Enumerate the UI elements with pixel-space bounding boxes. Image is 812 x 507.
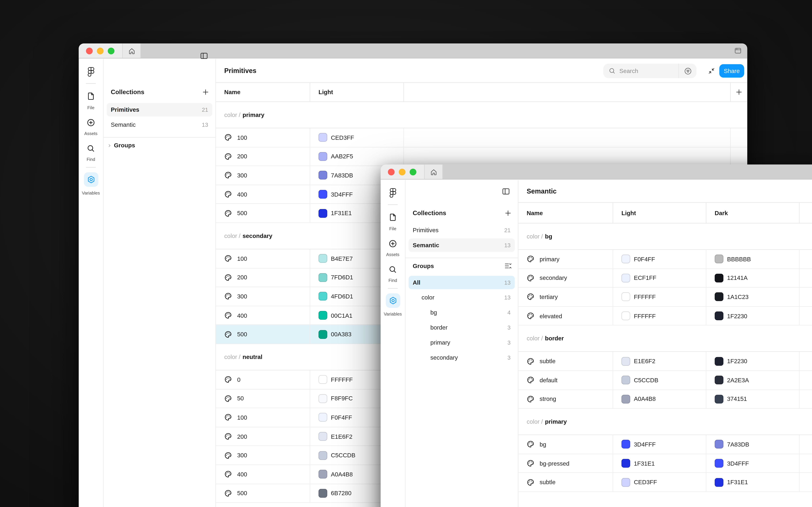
hex-value: 4FD6D1: [331, 293, 353, 300]
empty-cell: [799, 288, 812, 306]
light-value-cell[interactable]: CED3FF: [310, 128, 403, 147]
file-icon[interactable]: [79, 92, 103, 100]
dark-value-cell[interactable]: 7A83DB: [706, 435, 799, 454]
variable-row[interactable]: subtleE1E6F21F2230: [518, 352, 812, 371]
group-item-bg[interactable]: bg4: [409, 306, 515, 319]
divider: [388, 288, 398, 289]
group-item-primary[interactable]: primary3: [409, 336, 515, 349]
toggle-sidebar-icon[interactable]: [200, 52, 208, 60]
toggle-sidebar-icon[interactable]: [502, 187, 510, 195]
light-value-cell[interactable]: FFFFFF: [613, 288, 706, 306]
filter-icon[interactable]: [684, 67, 692, 75]
assets-icon[interactable]: [380, 239, 405, 248]
hex-value: F0F4FF: [331, 414, 352, 420]
color-swatch: [621, 255, 630, 264]
hex-value: 7A83DB: [727, 441, 749, 448]
light-value-cell[interactable]: A0A4B8: [613, 390, 706, 408]
window-content: File Assets Find Variables Collections P…: [380, 180, 812, 507]
sidebar-item-file[interactable]: File: [79, 105, 103, 110]
light-value-cell[interactable]: E1E6F2: [613, 352, 706, 371]
groups-header[interactable]: Groups: [104, 141, 209, 150]
group-item-secondary[interactable]: secondary3: [409, 351, 515, 364]
close-traffic-light[interactable]: [388, 168, 395, 175]
find-icon[interactable]: [79, 144, 103, 153]
variable-row[interactable]: 200AAB2F5: [216, 147, 747, 166]
add-mode-button[interactable]: [735, 89, 743, 96]
light-value-cell[interactable]: C5CCDB: [613, 371, 706, 389]
variable-row[interactable]: elevatedFFFFFF1F2230: [518, 307, 812, 326]
assets-icon[interactable]: [79, 118, 103, 127]
sidebar-item-assets[interactable]: Assets: [79, 131, 103, 136]
color-swatch: [621, 292, 630, 301]
color-swatch: [318, 394, 327, 403]
variable-row[interactable]: primaryF0F4FFBBBBBB: [518, 250, 812, 269]
zoom-traffic-light[interactable]: [108, 47, 114, 54]
variable-row[interactable]: subtleCED3FF1F31E1: [518, 473, 812, 492]
find-icon[interactable]: [380, 265, 405, 274]
zoom-traffic-light[interactable]: [410, 168, 416, 175]
group-item-border[interactable]: border3: [409, 321, 515, 334]
dark-value-cell[interactable]: 1F2230: [706, 307, 799, 325]
hex-value: 00A383: [331, 331, 351, 337]
light-value-cell[interactable]: AAB2F5: [310, 147, 403, 166]
dark-value-cell[interactable]: 12141A: [706, 269, 799, 287]
file-icon[interactable]: [380, 213, 405, 221]
window-icon[interactable]: [734, 47, 742, 54]
collection-item-semantic[interactable]: Semantic 13: [409, 238, 515, 252]
dark-value-cell[interactable]: 1F31E1: [706, 473, 799, 492]
collapse-list-icon[interactable]: [504, 262, 512, 270]
variables-tab-active[interactable]: [84, 172, 98, 187]
dark-value-cell[interactable]: 2A2E3A: [706, 371, 799, 389]
group-item-all[interactable]: All13: [409, 276, 515, 289]
group-item-color[interactable]: color13: [409, 291, 515, 304]
variable-row[interactable]: 100CED3FF: [216, 128, 747, 147]
color-swatch: [621, 312, 630, 320]
table-title-row: Semantic: [518, 180, 812, 203]
column-header-empty: [799, 203, 812, 223]
collapse-window-icon[interactable]: [708, 67, 715, 74]
close-traffic-light[interactable]: [86, 47, 93, 54]
sidebar-item-find[interactable]: Find: [79, 157, 103, 162]
minimize-traffic-light[interactable]: [399, 168, 405, 175]
dark-value-cell[interactable]: 1A1C23: [706, 288, 799, 306]
dark-value-cell[interactable]: 3D4FFF: [706, 454, 799, 472]
variable-name: secondary: [540, 275, 567, 281]
tab-strip: [141, 44, 747, 58]
palette-icon: [526, 293, 535, 301]
sidebar-item-find[interactable]: Find: [380, 278, 405, 283]
variable-name-cell: 200: [216, 268, 310, 287]
variable-row[interactable]: tertiaryFFFFFF1A1C23: [518, 288, 812, 307]
add-collection-button[interactable]: [202, 89, 209, 96]
variable-row[interactable]: secondaryECF1FF12141A: [518, 269, 812, 288]
tab-strip: [443, 164, 812, 179]
dark-value-cell[interactable]: 374151: [706, 390, 799, 408]
variable-row[interactable]: defaultC5CCDB2A2E3A: [518, 371, 812, 390]
home-tab[interactable]: [123, 44, 141, 58]
light-value-cell[interactable]: F0F4FF: [613, 250, 706, 268]
light-value-cell[interactable]: CED3FF: [613, 473, 706, 492]
sidebar-item-file[interactable]: File: [380, 226, 405, 231]
collection-item-semantic[interactable]: Semantic 13: [107, 118, 212, 131]
light-value-cell[interactable]: FFFFFF: [613, 307, 706, 325]
search-input[interactable]: Search: [603, 64, 697, 78]
minimize-traffic-light[interactable]: [97, 47, 104, 54]
variable-row[interactable]: strongA0A4B8374151: [518, 390, 812, 409]
light-value-cell[interactable]: 1F31E1: [613, 454, 706, 472]
dark-value-cell[interactable]: 1F2230: [706, 352, 799, 371]
sidebar-item-variables[interactable]: Variables: [79, 190, 103, 196]
variable-row[interactable]: bg-pressed1F31E13D4FFF: [518, 454, 812, 473]
light-value-cell[interactable]: 3D4FFF: [613, 435, 706, 454]
share-button[interactable]: Share: [719, 64, 744, 78]
variable-row[interactable]: bg3D4FFF7A83DB: [518, 435, 812, 454]
collection-item-primitives[interactable]: Primitives 21: [107, 103, 212, 116]
collection-item-primitives[interactable]: Primitives 21: [409, 223, 515, 237]
light-value-cell[interactable]: ECF1FF: [613, 269, 706, 287]
sidebar-item-assets[interactable]: Assets: [380, 252, 405, 257]
variables-tab-active[interactable]: [386, 293, 400, 308]
home-tab[interactable]: [424, 164, 443, 179]
color-swatch: [715, 357, 723, 365]
groups-label: Groups: [114, 142, 135, 149]
add-collection-button[interactable]: [504, 210, 512, 217]
sidebar-item-variables[interactable]: Variables: [380, 312, 405, 317]
dark-value-cell[interactable]: BBBBBB: [706, 250, 799, 268]
